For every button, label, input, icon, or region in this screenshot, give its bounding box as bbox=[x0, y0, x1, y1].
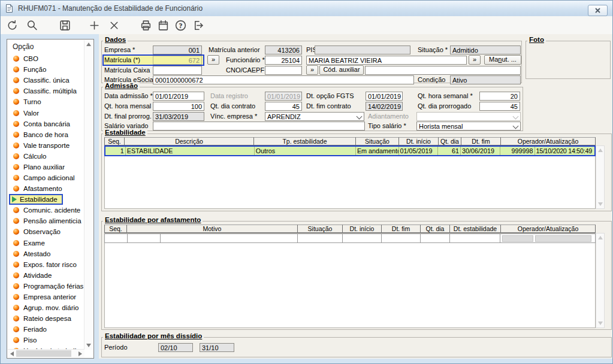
matricula-esocial-field[interactable]: 0001000000672 bbox=[153, 75, 414, 84]
column-header-qt-dia[interactable]: Qt. dia bbox=[439, 137, 461, 145]
help-icon[interactable]: ? bbox=[174, 19, 187, 32]
sidebar-item-campo-adicional[interactable]: Campo adicional bbox=[8, 172, 84, 183]
tipo-salario-combo[interactable]: Horista mensal bbox=[416, 122, 521, 131]
sidebar-item-atestado[interactable]: Atestado bbox=[8, 248, 84, 259]
matricula-lookup-button[interactable]: » bbox=[207, 55, 219, 65]
dt-opcao-fgts-field[interactable]: 01/01/2019 bbox=[366, 92, 403, 101]
column-header-descricao[interactable]: Descrição bbox=[125, 137, 254, 145]
print-icon[interactable] bbox=[139, 19, 152, 32]
sidebar-item-agrup-mov-diario[interactable]: Agrup. mov. diário bbox=[8, 302, 84, 313]
sidebar-item-valor[interactable]: Valor bbox=[8, 107, 84, 118]
sidebar-item-label: Classific. única bbox=[23, 77, 70, 84]
sidebar-item-banco-de-hora[interactable]: Banco de hora bbox=[8, 129, 84, 140]
scrollbar-thumb[interactable] bbox=[16, 350, 71, 357]
data-admissao-field[interactable]: 01/01/2019 bbox=[153, 92, 204, 101]
save-icon[interactable] bbox=[58, 19, 71, 32]
cod-auxiliar-field[interactable] bbox=[365, 66, 521, 75]
funcionario-nome-field: MARIA BEATRIZ VIEIRA bbox=[306, 56, 467, 65]
sidebar-horizontal-scrollbar[interactable] bbox=[8, 349, 84, 357]
matricula-field[interactable]: 672 bbox=[153, 56, 202, 65]
qt-hora-mensal-field[interactable]: 100 bbox=[153, 102, 204, 111]
matricula-caixa-field[interactable] bbox=[153, 66, 202, 75]
sidebar-item-calculo[interactable]: Cálculo bbox=[8, 151, 84, 162]
column-header-tp-estabilidade[interactable]: Tp. estabilidade bbox=[254, 137, 356, 145]
empresa-field: 001 bbox=[153, 46, 202, 54]
qt-dia-contrato-field[interactable]: 45 bbox=[265, 102, 302, 111]
manut-button[interactable]: Manut. ... bbox=[484, 55, 521, 65]
scroll-up-icon[interactable] bbox=[86, 43, 91, 46]
sidebar-item-piso[interactable]: Piso bbox=[8, 335, 84, 345]
chevron-down-icon[interactable] bbox=[357, 114, 363, 120]
sidebar-item-funcao[interactable]: Função bbox=[8, 64, 84, 75]
salario-variado-field[interactable] bbox=[153, 122, 365, 131]
sidebar-item-atividade[interactable]: Atividade bbox=[8, 270, 84, 281]
sidebar-item-observacao[interactable]: Observação bbox=[8, 226, 84, 237]
scroll-up-icon[interactable] bbox=[598, 236, 603, 239]
cod-auxiliar-button[interactable]: Cód. auxiliar bbox=[319, 65, 364, 75]
delete-icon[interactable] bbox=[107, 19, 120, 32]
sidebar-item-exame[interactable]: Exame bbox=[8, 238, 84, 248]
sidebar-item-classific-multipla[interactable]: Classific. múltipla bbox=[8, 86, 84, 96]
column-header-seq[interactable]: Seq. bbox=[104, 137, 125, 145]
cno-caepf-field[interactable] bbox=[265, 66, 302, 75]
column-header-dt-fim[interactable]: Dt. fim bbox=[382, 225, 421, 233]
close-button[interactable] bbox=[588, 5, 608, 16]
funcionario-field[interactable]: 25104 bbox=[265, 56, 302, 65]
sidebar-item-vale-transporte[interactable]: Vale transporte bbox=[8, 140, 84, 151]
sidebar-item-classific-unica[interactable]: Classific. única bbox=[8, 75, 84, 86]
scroll-right-icon[interactable] bbox=[78, 351, 82, 356]
vinc-empresa-combo[interactable]: APRENDIZ bbox=[265, 112, 364, 121]
column-header-operador[interactable]: Operador/Atualização bbox=[501, 137, 596, 145]
qt-dia-prorrogado-field[interactable]: 45 bbox=[479, 102, 520, 111]
sidebar-item-expos-fator-risco[interactable]: Expos. fator risco bbox=[8, 259, 84, 270]
column-header-dt-inicio[interactable]: Dt. início bbox=[399, 137, 439, 145]
sidebar-item-afastamento[interactable]: Afastamento bbox=[8, 183, 84, 194]
matricula-anterior-field: 413206 bbox=[265, 46, 302, 54]
estabilidade-grid-scrollbar[interactable] bbox=[596, 145, 605, 209]
sidebar-item-pensao-alimenticia[interactable]: Pensão alimenticia bbox=[8, 216, 84, 226]
sidebar-item-label: Valor bbox=[23, 110, 39, 117]
cod-auxiliar-lookup-button[interactable]: » bbox=[306, 65, 318, 75]
cell-tp-estabilidade: Outros bbox=[255, 147, 356, 155]
column-header-dt-estabilidade[interactable]: Dt. estabilidade bbox=[450, 225, 501, 233]
qt-hora-semanal-field[interactable]: 20 bbox=[479, 92, 520, 101]
column-header-motivo[interactable]: Motivo bbox=[127, 225, 298, 233]
column-header-dt-inicio[interactable]: Dt. início bbox=[343, 225, 382, 233]
search-icon[interactable] bbox=[25, 19, 38, 32]
sidebar-item-feriado[interactable]: Feriado bbox=[8, 324, 84, 335]
sidebar-item-rateio-despesa[interactable]: Rateio despesa bbox=[8, 313, 84, 324]
calendar-icon[interactable] bbox=[156, 19, 170, 32]
sidebar-item-conta-bancaria[interactable]: Conta bancária bbox=[8, 119, 84, 129]
column-header-seq[interactable]: Seq. bbox=[104, 225, 127, 233]
sidebar-item-turno[interactable]: Turno bbox=[8, 96, 84, 107]
column-header-operador[interactable]: Operador/Atualização bbox=[501, 225, 596, 233]
scroll-up-icon[interactable] bbox=[598, 148, 603, 152]
afastamento-grid-scrollbar[interactable] bbox=[596, 233, 605, 328]
scroll-down-icon[interactable] bbox=[86, 344, 91, 347]
scroll-left-icon[interactable] bbox=[10, 351, 14, 356]
sidebar-item-programacao-ferias[interactable]: Programação férias bbox=[8, 281, 84, 292]
afastamento-empty-row[interactable] bbox=[104, 233, 596, 243]
sidebar-item-empresa-anterior[interactable]: Empresa anterior bbox=[8, 292, 84, 302]
cell-atualizacao: 15/10/2020 14:50:49 bbox=[535, 147, 595, 155]
funcionario-lookup-button[interactable]: » bbox=[469, 55, 481, 65]
scroll-down-icon[interactable] bbox=[598, 321, 603, 325]
chevron-down-icon[interactable] bbox=[513, 123, 519, 129]
dados-group: Dados Empresa * 001 Matrícula anterior 4… bbox=[101, 41, 522, 83]
sidebar-item-plano-auxiliar[interactable]: Plano auxiliar bbox=[8, 162, 84, 172]
undo-icon[interactable] bbox=[5, 19, 19, 32]
column-header-dt-fim[interactable]: Dt. fim bbox=[461, 137, 501, 145]
sidebar-item-cbo[interactable]: CBO bbox=[8, 53, 84, 64]
sidebar-vertical-scrollbar[interactable] bbox=[84, 40, 93, 350]
exit-icon[interactable] bbox=[191, 19, 204, 32]
sidebar-item-estabilidade-selected[interactable]: Estabilidade bbox=[9, 194, 63, 205]
sidebar-item-comunic-acidente[interactable]: Comunic. acidente bbox=[8, 205, 84, 216]
data-registro-label: Data registro bbox=[210, 92, 248, 101]
estabilidade-selected-row[interactable]: 1 ESTABILIDADE Outros Em andamento 01/05… bbox=[104, 145, 596, 156]
add-icon[interactable] bbox=[87, 19, 101, 32]
column-header-situacao[interactable]: Situação bbox=[356, 137, 399, 145]
scroll-down-icon[interactable] bbox=[598, 202, 603, 206]
column-header-situacao[interactable]: Situação bbox=[298, 225, 343, 233]
sidebar-item-label: Conta bancária bbox=[23, 120, 70, 128]
column-header-qt-dia[interactable]: Qt. dia bbox=[421, 225, 450, 233]
